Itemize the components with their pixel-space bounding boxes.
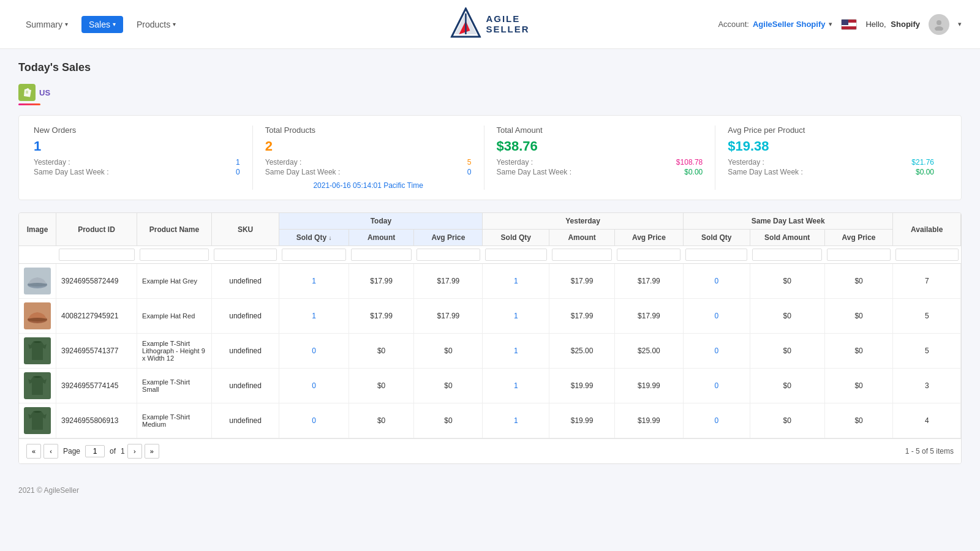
cell-product-name: Example Hat Grey bbox=[137, 264, 212, 299]
col-lw-sold: Sold Qty bbox=[683, 230, 750, 246]
cell-image bbox=[19, 334, 56, 369]
account-dropdown-icon[interactable]: ▾ bbox=[829, 20, 832, 28]
yest-sold-link[interactable]: 1 bbox=[514, 416, 518, 425]
filter-yest-avg-input[interactable] bbox=[617, 249, 680, 261]
nav-products-label: Products bbox=[137, 20, 170, 29]
nav-summary[interactable]: Summary ▾ bbox=[18, 16, 75, 33]
page-number-input[interactable] bbox=[85, 445, 105, 457]
yesterday-val: 5 bbox=[467, 158, 472, 167]
filter-product-id-input[interactable] bbox=[59, 249, 135, 261]
filter-product-id[interactable] bbox=[56, 246, 137, 264]
filter-yest-sold-input[interactable] bbox=[485, 249, 547, 261]
prev-page-button[interactable]: ‹ bbox=[43, 444, 58, 459]
nav-sales[interactable]: Sales ▾ bbox=[81, 16, 123, 33]
today-sold-zero: 0 bbox=[312, 347, 316, 355]
chevron-down-icon: ▾ bbox=[113, 21, 116, 28]
cell-sku: undefined bbox=[211, 369, 279, 403]
filter-yest-sold[interactable] bbox=[483, 246, 549, 264]
hello-label: Hello, bbox=[865, 20, 886, 29]
stats-row: New Orders 1 Yesterday : 1 Same Day Last… bbox=[18, 115, 962, 200]
lastweek-val: $0.00 bbox=[916, 168, 934, 176]
filter-lw-avg[interactable] bbox=[824, 246, 893, 264]
cell-image bbox=[19, 369, 56, 403]
filter-today-amount[interactable] bbox=[349, 246, 414, 264]
table-row: 39246955806913 Example T-Shirt Medium un… bbox=[19, 403, 961, 438]
yest-sold-link[interactable]: 1 bbox=[514, 381, 518, 390]
yest-sold-link[interactable]: 1 bbox=[514, 312, 518, 320]
user-dropdown-icon[interactable]: ▾ bbox=[958, 20, 962, 28]
cell-today-sold[interactable]: 1 bbox=[279, 264, 349, 299]
cell-lw-avg: $0 bbox=[824, 334, 893, 369]
filter-yest-amount[interactable] bbox=[549, 246, 615, 264]
cell-yest-sold[interactable]: 1 bbox=[483, 264, 549, 299]
filter-available[interactable] bbox=[893, 246, 961, 264]
cell-lw-amount: $0 bbox=[750, 369, 824, 403]
nav-products[interactable]: Products ▾ bbox=[129, 16, 183, 33]
filter-today-avg[interactable] bbox=[414, 246, 483, 264]
filter-sku[interactable] bbox=[211, 246, 279, 264]
yesterday-label: Yesterday : bbox=[34, 158, 70, 167]
last-page-button[interactable]: » bbox=[145, 444, 159, 459]
lw-sold-zero: 0 bbox=[714, 416, 718, 425]
filter-today-avg-input[interactable] bbox=[417, 249, 480, 261]
col-yest-sold: Sold Qty bbox=[483, 230, 549, 246]
today-sold-link[interactable]: 1 bbox=[312, 277, 316, 285]
cell-yest-sold[interactable]: 1 bbox=[483, 403, 549, 438]
filter-lw-sold-input[interactable] bbox=[685, 249, 747, 261]
chevron-down-icon: ▾ bbox=[173, 21, 176, 28]
filter-yest-avg[interactable] bbox=[614, 246, 683, 264]
stat-amount-lastweek: Same Day Last Week : $0.00 bbox=[497, 168, 703, 176]
header: Summary ▾ Sales ▾ Products ▾ AGILE SELLE… bbox=[0, 0, 980, 49]
avatar[interactable] bbox=[929, 14, 949, 35]
filter-today-sold-input[interactable] bbox=[282, 249, 346, 261]
store-tab: US bbox=[18, 84, 962, 101]
cell-today-sold: 0 bbox=[279, 334, 349, 369]
cell-product-id: 39246955741377 bbox=[56, 334, 137, 369]
lastweek-label: Same Day Last Week : bbox=[34, 168, 109, 176]
filter-lw-sold[interactable] bbox=[683, 246, 750, 264]
filter-yest-amount-input[interactable] bbox=[552, 249, 612, 261]
copyright: 2021 © AgileSeller bbox=[18, 486, 79, 495]
col-product-id: Product ID bbox=[56, 213, 137, 246]
cell-yest-amount: $17.99 bbox=[549, 299, 615, 334]
filter-product-name-input[interactable] bbox=[140, 249, 209, 261]
account-name[interactable]: AgileSeller Shopify bbox=[753, 20, 825, 29]
cell-lw-sold: 0 bbox=[683, 299, 750, 334]
filter-today-sold[interactable] bbox=[279, 246, 349, 264]
cell-product-id: 39246955774145 bbox=[56, 369, 137, 403]
filter-available-input[interactable] bbox=[895, 249, 959, 261]
col-today-sold-qty[interactable]: Sold Qty ↓ bbox=[279, 230, 349, 246]
yest-sold-link[interactable]: 1 bbox=[514, 347, 518, 355]
account-info: Account: AgileSeller Shopify ▾ bbox=[718, 20, 832, 29]
filter-lw-amount-input[interactable] bbox=[752, 249, 822, 261]
filter-sku-input[interactable] bbox=[214, 249, 277, 261]
main-nav: Summary ▾ Sales ▾ Products ▾ bbox=[18, 16, 183, 33]
today-sold-link[interactable]: 1 bbox=[312, 312, 316, 320]
cell-available: 5 bbox=[893, 299, 961, 334]
next-page-button[interactable]: › bbox=[127, 444, 142, 459]
cell-image bbox=[19, 299, 56, 334]
yest-sold-link[interactable]: 1 bbox=[514, 277, 518, 285]
cell-product-id: 39246955872449 bbox=[56, 264, 137, 299]
cell-sku: undefined bbox=[211, 299, 279, 334]
filter-lw-amount[interactable] bbox=[750, 246, 824, 264]
first-page-button[interactable]: « bbox=[26, 444, 41, 459]
cell-yest-sold[interactable]: 1 bbox=[483, 334, 549, 369]
yesterday-label: Yesterday : bbox=[728, 158, 764, 167]
filter-product-name[interactable] bbox=[137, 246, 212, 264]
group-today: Today bbox=[279, 213, 483, 230]
filter-lw-avg-input[interactable] bbox=[827, 249, 891, 261]
cell-yest-sold[interactable]: 1 bbox=[483, 299, 549, 334]
user-icon bbox=[933, 18, 945, 31]
cell-today-sold[interactable]: 1 bbox=[279, 299, 349, 334]
logo-line1: AGILE bbox=[486, 14, 529, 24]
lw-sold-zero: 0 bbox=[714, 312, 718, 320]
store-underline bbox=[18, 103, 40, 105]
cell-today-avg: $17.99 bbox=[414, 264, 483, 299]
logo-icon bbox=[450, 7, 481, 41]
logo-line2: SELLER bbox=[486, 24, 529, 35]
filter-today-amount-input[interactable] bbox=[351, 249, 412, 261]
cell-yest-sold[interactable]: 1 bbox=[483, 369, 549, 403]
stat-avg-price-value: $19.38 bbox=[728, 138, 934, 154]
store-name: US bbox=[39, 88, 50, 97]
